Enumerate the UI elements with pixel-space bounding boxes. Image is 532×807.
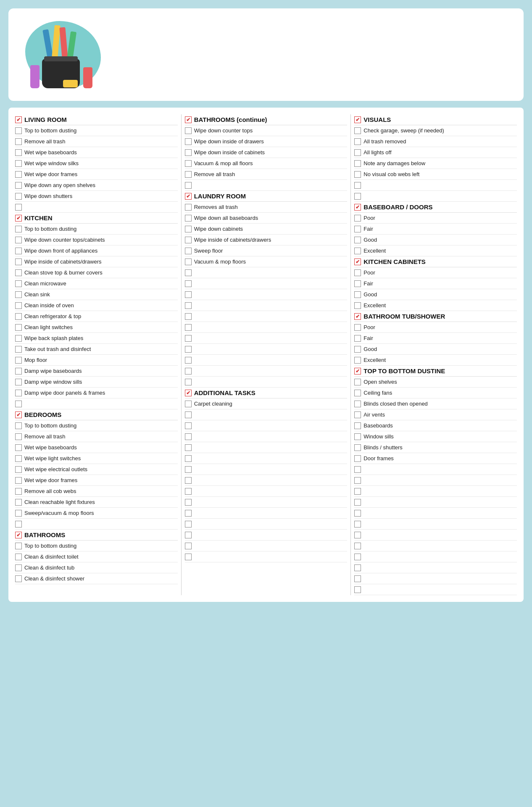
item-checkbox-1-1-15[interactable] bbox=[185, 368, 192, 374]
item-checkbox-2-3-1[interactable] bbox=[354, 335, 361, 342]
item-checkbox-0-2-8[interactable] bbox=[15, 510, 22, 517]
item-checkbox-1-2-8[interactable] bbox=[185, 488, 192, 495]
item-checkbox-1-1-16[interactable] bbox=[185, 379, 192, 385]
item-checkbox-2-2-3[interactable] bbox=[354, 302, 361, 309]
item-checkbox-1-2-2[interactable] bbox=[185, 422, 192, 429]
item-checkbox-0-3-3[interactable] bbox=[15, 575, 22, 582]
section-checkbox-2-1[interactable] bbox=[354, 204, 361, 211]
item-checkbox-0-0-5[interactable] bbox=[15, 182, 22, 189]
item-checkbox-2-3-3[interactable] bbox=[354, 357, 361, 364]
item-checkbox-1-2-12[interactable] bbox=[185, 532, 192, 538]
item-checkbox-0-2-1[interactable] bbox=[15, 433, 22, 440]
item-checkbox-0-1-5[interactable] bbox=[15, 280, 22, 287]
item-checkbox-2-4-0[interactable] bbox=[354, 379, 361, 385]
item-checkbox-1-2-11[interactable] bbox=[185, 521, 192, 527]
section-checkbox-1-2[interactable] bbox=[185, 390, 192, 396]
item-checkbox-0-1-2[interactable] bbox=[15, 248, 22, 254]
item-checkbox-1-1-9[interactable] bbox=[185, 302, 192, 309]
item-checkbox-0-1-1[interactable] bbox=[15, 237, 22, 243]
item-checkbox-0-1-10[interactable] bbox=[15, 335, 22, 342]
item-checkbox-1-1-6[interactable] bbox=[185, 269, 192, 276]
item-checkbox-2-0-5[interactable] bbox=[354, 182, 361, 189]
item-checkbox-0-3-0[interactable] bbox=[15, 543, 22, 549]
item-checkbox-2-4-17[interactable] bbox=[354, 564, 361, 571]
section-checkbox-0-2[interactable] bbox=[15, 411, 22, 418]
item-checkbox-2-4-5[interactable] bbox=[354, 433, 361, 440]
item-checkbox-2-4-4[interactable] bbox=[354, 422, 361, 429]
section-checkbox-0-1[interactable] bbox=[15, 215, 22, 222]
section-checkbox-0-0[interactable] bbox=[15, 116, 22, 123]
item-checkbox-2-4-18[interactable] bbox=[354, 575, 361, 582]
item-checkbox-2-4-11[interactable] bbox=[354, 499, 361, 506]
item-checkbox-0-1-14[interactable] bbox=[15, 379, 22, 385]
item-checkbox-2-4-10[interactable] bbox=[354, 488, 361, 495]
item-checkbox-1-0-5[interactable] bbox=[185, 182, 192, 189]
item-checkbox-0-2-7[interactable] bbox=[15, 499, 22, 506]
item-checkbox-0-1-16[interactable] bbox=[15, 401, 22, 407]
item-checkbox-1-2-14[interactable] bbox=[185, 554, 192, 560]
item-checkbox-1-2-1[interactable] bbox=[185, 411, 192, 418]
item-checkbox-1-1-7[interactable] bbox=[185, 280, 192, 287]
item-checkbox-0-1-3[interactable] bbox=[15, 258, 22, 265]
item-checkbox-2-3-0[interactable] bbox=[354, 324, 361, 331]
item-checkbox-0-0-1[interactable] bbox=[15, 138, 22, 145]
item-checkbox-2-3-2[interactable] bbox=[354, 346, 361, 353]
item-checkbox-2-4-19[interactable] bbox=[354, 586, 361, 593]
item-checkbox-2-4-15[interactable] bbox=[354, 543, 361, 549]
section-checkbox-0-3[interactable] bbox=[15, 532, 22, 538]
item-checkbox-1-1-10[interactable] bbox=[185, 313, 192, 320]
item-checkbox-2-0-3[interactable] bbox=[354, 160, 361, 167]
item-checkbox-0-1-15[interactable] bbox=[15, 390, 22, 396]
item-checkbox-0-2-0[interactable] bbox=[15, 422, 22, 429]
item-checkbox-2-4-13[interactable] bbox=[354, 521, 361, 527]
item-checkbox-2-2-0[interactable] bbox=[354, 269, 361, 276]
item-checkbox-1-0-2[interactable] bbox=[185, 149, 192, 156]
item-checkbox-2-4-3[interactable] bbox=[354, 411, 361, 418]
item-checkbox-1-1-11[interactable] bbox=[185, 324, 192, 331]
item-checkbox-1-1-5[interactable] bbox=[185, 258, 192, 265]
item-checkbox-0-1-9[interactable] bbox=[15, 324, 22, 331]
item-checkbox-1-1-13[interactable] bbox=[185, 346, 192, 353]
item-checkbox-2-2-1[interactable] bbox=[354, 280, 361, 287]
item-checkbox-1-2-10[interactable] bbox=[185, 510, 192, 517]
item-checkbox-2-4-8[interactable] bbox=[354, 466, 361, 473]
item-checkbox-2-1-3[interactable] bbox=[354, 248, 361, 254]
item-checkbox-0-1-0[interactable] bbox=[15, 226, 22, 232]
item-checkbox-2-4-12[interactable] bbox=[354, 510, 361, 517]
item-checkbox-1-2-4[interactable] bbox=[185, 444, 192, 451]
item-checkbox-1-0-3[interactable] bbox=[185, 160, 192, 167]
item-checkbox-0-1-11[interactable] bbox=[15, 346, 22, 353]
item-checkbox-0-2-6[interactable] bbox=[15, 488, 22, 495]
item-checkbox-0-0-4[interactable] bbox=[15, 171, 22, 178]
item-checkbox-0-1-7[interactable] bbox=[15, 302, 22, 309]
item-checkbox-2-0-4[interactable] bbox=[354, 171, 361, 178]
item-checkbox-0-1-12[interactable] bbox=[15, 357, 22, 364]
item-checkbox-0-2-4[interactable] bbox=[15, 466, 22, 473]
item-checkbox-1-1-14[interactable] bbox=[185, 357, 192, 364]
section-checkbox-2-2[interactable] bbox=[354, 258, 361, 265]
item-checkbox-2-4-7[interactable] bbox=[354, 455, 361, 462]
item-checkbox-2-0-1[interactable] bbox=[354, 138, 361, 145]
item-checkbox-1-0-4[interactable] bbox=[185, 171, 192, 178]
item-checkbox-2-4-9[interactable] bbox=[354, 477, 361, 484]
item-checkbox-0-2-9[interactable] bbox=[15, 521, 22, 527]
item-checkbox-0-0-7[interactable] bbox=[15, 204, 22, 211]
item-checkbox-1-2-9[interactable] bbox=[185, 499, 192, 506]
item-checkbox-1-1-4[interactable] bbox=[185, 248, 192, 254]
item-checkbox-2-1-1[interactable] bbox=[354, 226, 361, 232]
item-checkbox-0-0-3[interactable] bbox=[15, 160, 22, 167]
item-checkbox-2-4-16[interactable] bbox=[354, 554, 361, 560]
item-checkbox-0-0-0[interactable] bbox=[15, 127, 22, 134]
item-checkbox-2-0-6[interactable] bbox=[354, 193, 361, 200]
item-checkbox-0-2-5[interactable] bbox=[15, 477, 22, 484]
item-checkbox-0-3-2[interactable] bbox=[15, 564, 22, 571]
item-checkbox-1-2-7[interactable] bbox=[185, 477, 192, 484]
item-checkbox-1-1-0[interactable] bbox=[185, 204, 192, 211]
item-checkbox-0-2-3[interactable] bbox=[15, 455, 22, 462]
item-checkbox-0-1-4[interactable] bbox=[15, 269, 22, 276]
section-checkbox-2-3[interactable] bbox=[354, 313, 361, 320]
item-checkbox-2-4-14[interactable] bbox=[354, 532, 361, 538]
item-checkbox-0-1-6[interactable] bbox=[15, 291, 22, 298]
item-checkbox-2-2-2[interactable] bbox=[354, 291, 361, 298]
item-checkbox-1-1-8[interactable] bbox=[185, 291, 192, 298]
